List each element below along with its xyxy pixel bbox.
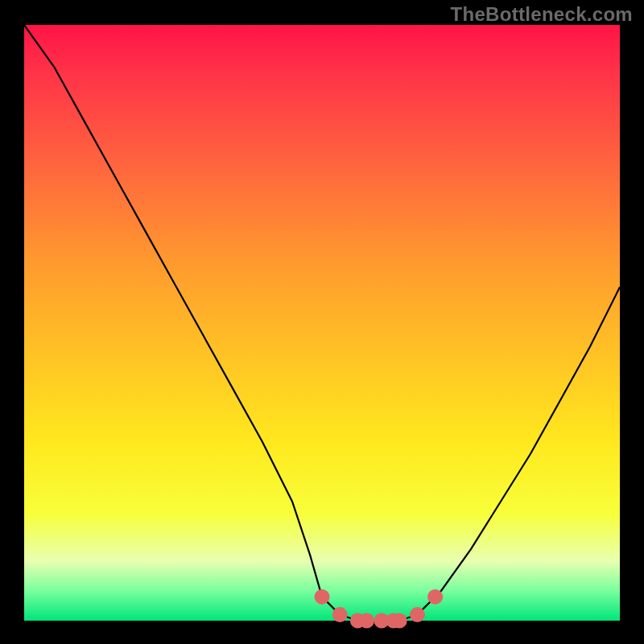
marker-dot <box>315 589 330 605</box>
watermark-text: TheBottleneck.com <box>451 3 633 26</box>
plot-area <box>24 25 620 621</box>
marker-dot <box>410 607 425 622</box>
marker-dot <box>427 589 443 605</box>
bottleneck-curve <box>24 25 620 621</box>
marker-dot <box>392 613 407 629</box>
marker-dot <box>359 613 374 629</box>
marker-dot <box>332 607 348 622</box>
curve-svg <box>24 25 620 621</box>
chart-frame: TheBottleneck.com <box>0 0 644 644</box>
